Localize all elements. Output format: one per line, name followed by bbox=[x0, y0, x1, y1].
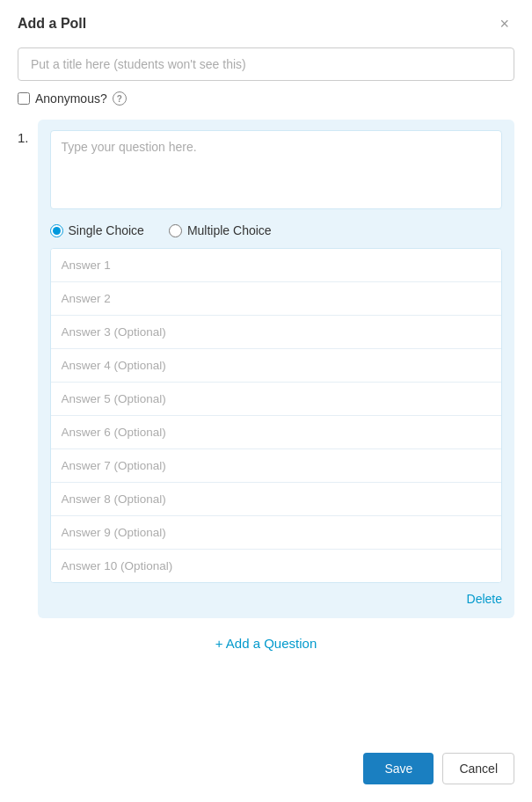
multiple-choice-text: Multiple Choice bbox=[187, 223, 272, 237]
multiple-choice-label[interactable]: Multiple Choice bbox=[169, 223, 272, 237]
answer-input-4[interactable] bbox=[51, 349, 501, 383]
answer-input-1[interactable] bbox=[51, 249, 501, 282]
help-icon[interactable]: ? bbox=[113, 91, 127, 106]
answer-input-5[interactable] bbox=[51, 383, 501, 416]
question-textarea[interactable] bbox=[50, 130, 502, 209]
question-number: 1. bbox=[18, 120, 29, 618]
answers-list bbox=[50, 248, 502, 583]
poll-title-input[interactable] bbox=[18, 47, 514, 81]
answer-input-8[interactable] bbox=[51, 483, 501, 516]
multiple-choice-radio[interactable] bbox=[169, 224, 182, 237]
anonymous-checkbox[interactable] bbox=[18, 92, 30, 105]
answer-input-7[interactable] bbox=[51, 449, 501, 483]
single-choice-label[interactable]: Single Choice bbox=[50, 223, 144, 237]
delete-row: Delete bbox=[50, 592, 502, 606]
anonymous-label[interactable]: Anonymous? bbox=[35, 91, 107, 106]
save-button[interactable]: Save bbox=[363, 753, 434, 784]
answer-input-6[interactable] bbox=[51, 416, 501, 449]
add-question-button[interactable]: + Add a Question bbox=[215, 636, 317, 651]
single-choice-text: Single Choice bbox=[69, 223, 144, 237]
answer-input-2[interactable] bbox=[51, 282, 501, 316]
choice-type-row: Single Choice Multiple Choice bbox=[50, 223, 502, 237]
question-block: 1. Single Choice Multiple Choice bbox=[18, 120, 514, 618]
delete-button[interactable]: Delete bbox=[467, 592, 502, 606]
dialog-title: Add a Poll bbox=[18, 16, 86, 32]
question-panel: Single Choice Multiple Choice bbox=[38, 120, 514, 618]
answer-input-10[interactable] bbox=[51, 550, 501, 582]
dialog-header: Add a Poll × bbox=[18, 14, 514, 33]
single-choice-radio[interactable] bbox=[50, 224, 63, 237]
answer-input-9[interactable] bbox=[51, 516, 501, 550]
close-button[interactable]: × bbox=[494, 14, 514, 33]
answer-input-3[interactable] bbox=[51, 316, 501, 349]
add-question-row: + Add a Question bbox=[18, 636, 514, 651]
cancel-button[interactable]: Cancel bbox=[442, 753, 514, 784]
add-poll-dialog: Add a Poll × Anonymous? ? 1. Single Choi… bbox=[0, 0, 532, 802]
anonymous-row: Anonymous? ? bbox=[18, 91, 514, 106]
footer-row: Save Cancel bbox=[18, 744, 514, 784]
